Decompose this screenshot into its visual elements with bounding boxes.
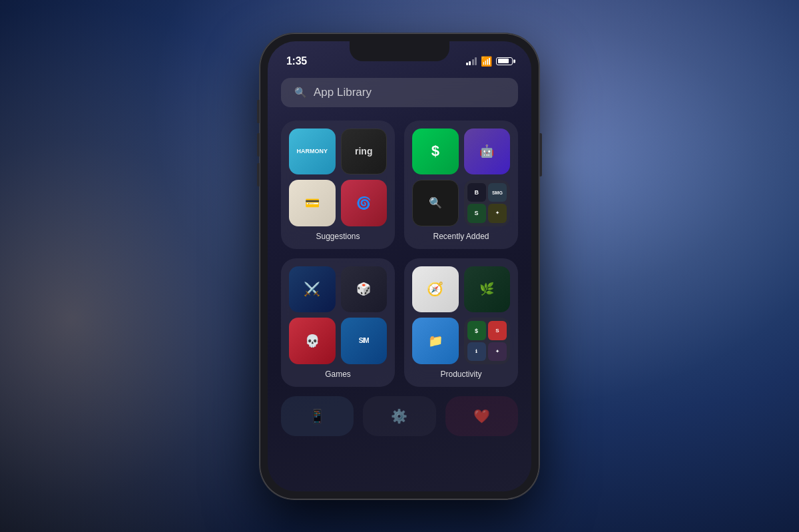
group-games[interactable]: ⚔️ 🎲 💀 SIM: [281, 258, 395, 387]
phone-container: 1:35 📶 🔍 App Library: [260, 33, 539, 499]
group-label-games: Games: [289, 370, 387, 379]
bottom-app-2[interactable]: ⚙️: [363, 396, 435, 436]
group-label-recent: Recently Added: [412, 232, 510, 241]
status-icons: 📶: [466, 56, 513, 67]
mini-s1: S: [467, 204, 486, 222]
wifi-icon: 📶: [481, 56, 492, 67]
status-time: 1:35: [286, 55, 307, 67]
mini-extra-prod: ✦: [488, 342, 507, 360]
mini-r-prod: S: [488, 321, 507, 340]
app-cashapp[interactable]: $: [412, 129, 459, 175]
app-ffta[interactable]: ⚔️: [289, 266, 336, 313]
phone-frame: 1:35 📶 🔍 App Library: [260, 33, 539, 499]
group-apps-productivity: 🧭 🌿 📁: [412, 266, 510, 364]
app-files[interactable]: 📁: [412, 318, 459, 364]
search-placeholder: App Library: [314, 86, 372, 99]
group-apps-suggestions: HARMON­Y ring 💳: [289, 129, 387, 226]
app-mini-group-recent[interactable]: B SMG S ✦: [464, 180, 511, 226]
mini-sms: SMG: [488, 183, 507, 202]
app-groups: HARMON­Y ring 💳: [281, 121, 518, 387]
group-label-suggestions: Suggestions: [289, 232, 387, 241]
bottom-app-3[interactable]: ❤️: [445, 396, 518, 436]
signal-icon: [466, 57, 477, 65]
battery-fill: [498, 59, 509, 63]
app-safari[interactable]: 🧭: [412, 266, 459, 313]
app-magnify[interactable]: 🔍: [412, 180, 459, 226]
app-robot[interactable]: 🤖: [464, 129, 511, 175]
mini-bold: B: [467, 183, 486, 202]
mini-s-prod: $: [467, 321, 486, 340]
mini-extra: ✦: [488, 204, 507, 222]
app-nova[interactable]: 🌀: [341, 180, 388, 226]
app-harmony[interactable]: HARMON­Y: [289, 129, 336, 175]
app-dice[interactable]: 🎲: [341, 266, 388, 313]
app-ring[interactable]: ring: [341, 129, 388, 175]
app-mini-group-prod[interactable]: $ S ℹ ✦: [464, 318, 511, 364]
group-recently-added[interactable]: $ 🤖 🔍: [404, 121, 518, 249]
mini-i-prod: ℹ: [467, 342, 486, 360]
group-productivity[interactable]: 🧭 🌿 📁: [404, 258, 518, 387]
phone-notch: [350, 41, 449, 61]
group-label-productivity: Productivity: [412, 370, 510, 379]
bottom-app-1[interactable]: 📱: [281, 396, 354, 436]
app-simcity[interactable]: SIM: [341, 318, 388, 364]
screen-content: 🔍 App Library HARMON­Y: [268, 41, 531, 491]
group-suggestions[interactable]: HARMON­Y ring 💳: [281, 121, 395, 249]
bottom-row-partial: 📱 ⚙️ ❤️: [281, 396, 518, 436]
search-bar[interactable]: 🔍 App Library: [281, 78, 518, 107]
battery-icon: [496, 57, 513, 65]
group-apps-recent: $ 🤖 🔍: [412, 129, 510, 226]
mini-apps-recent: B SMG S ✦: [464, 180, 511, 226]
search-icon: 🔍: [294, 87, 307, 99]
app-robinhood[interactable]: 🌿: [464, 266, 511, 313]
app-wallet[interactable]: 💳: [289, 180, 336, 226]
phone-screen: 1:35 📶 🔍 App Library: [268, 41, 531, 491]
app-skullgirls[interactable]: 💀: [289, 318, 336, 364]
group-apps-games: ⚔️ 🎲 💀 SIM: [289, 266, 387, 364]
mini-apps-prod: $ S ℹ ✦: [464, 318, 511, 364]
